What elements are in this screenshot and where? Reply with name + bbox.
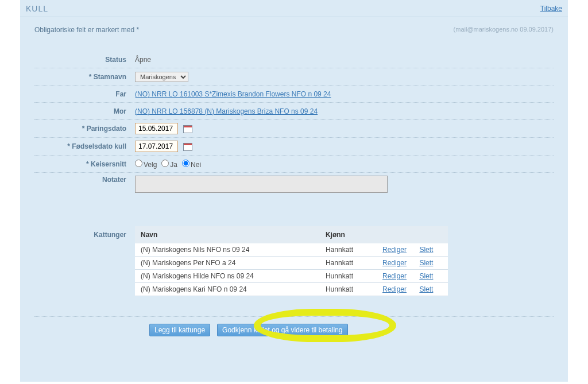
label-fodsel: * Fødselsdato kull [34, 142, 135, 150]
approve-button[interactable]: Godkjenn kullet og gå videre til betalin… [217, 324, 347, 336]
radio-ja-label[interactable]: Ja [161, 160, 177, 169]
cell-sex: Hunnkatt [326, 285, 382, 293]
col-header-name: Navn [141, 231, 326, 239]
page-title: KULL [26, 4, 48, 13]
far-link[interactable]: (NO) NRR LO 161003 S*Zimexis Brandon Flo… [135, 90, 331, 98]
radio-velg-label[interactable]: Velg [135, 160, 157, 169]
radio-ja[interactable] [161, 160, 169, 167]
table-row: (N) Mariskogens Nils NFO ns 09 24Hannkat… [135, 243, 448, 257]
label-far: Far [34, 90, 135, 98]
edit-link[interactable]: Rediger [382, 285, 407, 293]
edit-link[interactable]: Rediger [382, 272, 407, 280]
stamnavn-select[interactable]: Mariskogens [135, 72, 188, 82]
calendar-icon[interactable] [183, 143, 192, 151]
value-status: Åpne [135, 56, 554, 64]
radio-velg[interactable] [135, 160, 142, 167]
cell-name: (N) Mariskogens Kari NFO n 09 24 [141, 285, 326, 293]
audit-info: (mail@mariskogens.no 09.09.2017) [454, 26, 554, 34]
back-link[interactable]: Tilbake [540, 5, 562, 13]
label-kattunger: Kattunger [34, 226, 135, 296]
delete-link[interactable]: Slett [419, 285, 433, 293]
label-paring: * Paringsdato [34, 125, 135, 133]
delete-link[interactable]: Slett [419, 272, 433, 280]
cell-name: (N) Mariskogens Per NFO a 24 [141, 259, 326, 267]
notater-textarea[interactable] [135, 176, 388, 193]
edit-link[interactable]: Rediger [382, 259, 407, 267]
radio-nei-label[interactable]: Nei [182, 160, 201, 169]
paringsdato-input[interactable] [135, 123, 178, 134]
label-stamnavn: * Stamnavn [34, 73, 135, 81]
cell-name: (N) Mariskogens Nils NFO ns 09 24 [141, 246, 326, 254]
calendar-icon[interactable] [183, 125, 192, 133]
table-row: (N) Mariskogens Per NFO a 24HannkattRedi… [135, 257, 448, 270]
mor-link[interactable]: (NO) NRR LO 156878 (N) Mariskogens Briza… [135, 107, 318, 115]
kittens-table: Navn Kjønn (N) Mariskogens Nils NFO ns 0… [135, 226, 448, 296]
fodselsdato-input[interactable] [135, 141, 178, 152]
cell-sex: Hannkatt [326, 259, 382, 267]
table-row: (N) Mariskogens Hilde NFO ns 09 24Hunnka… [135, 270, 448, 283]
required-note: Obligatoriske felt er markert med * [34, 26, 139, 34]
label-mor: Mor [34, 107, 135, 115]
label-notater: Notater [34, 176, 135, 184]
cell-sex: Hunnkatt [326, 272, 382, 280]
label-status: Status [34, 56, 135, 64]
label-keiser: * Keisersnitt [34, 160, 135, 168]
edit-link[interactable]: Rediger [382, 246, 407, 254]
col-header-sex: Kjønn [326, 231, 382, 239]
table-row: (N) Mariskogens Kari NFO n 09 24Hunnkatt… [135, 283, 448, 296]
add-kitten-button[interactable]: Legg til kattunge [149, 324, 210, 336]
radio-nei[interactable] [182, 160, 189, 167]
delete-link[interactable]: Slett [419, 259, 433, 267]
delete-link[interactable]: Slett [419, 246, 433, 254]
cell-name: (N) Mariskogens Hilde NFO ns 09 24 [141, 272, 326, 280]
cell-sex: Hannkatt [326, 246, 382, 254]
